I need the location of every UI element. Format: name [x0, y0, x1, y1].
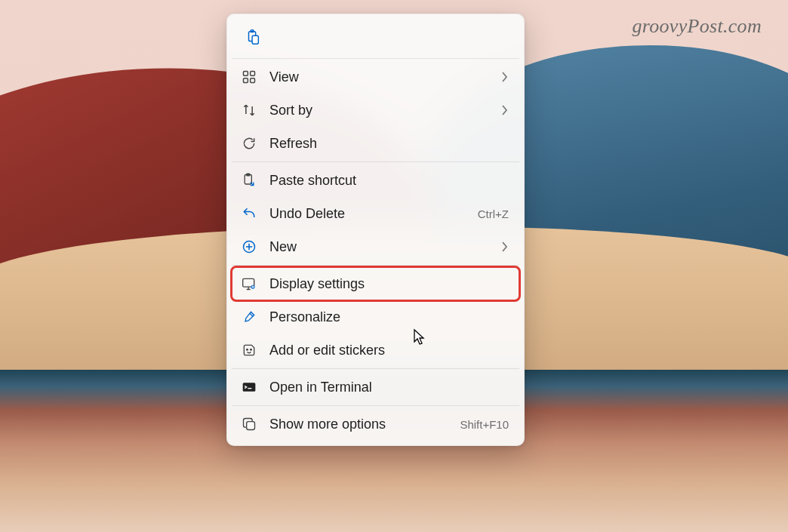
menu-item-personalize[interactable]: Personalize [232, 300, 519, 334]
menu-label: Undo Delete [269, 206, 466, 222]
menu-label: Open in Terminal [269, 380, 509, 395]
menu-item-open-terminal[interactable]: Open in Terminal [232, 371, 519, 404]
menu-divider [232, 265, 519, 266]
desktop-context-menu: View Sort by Refresh [226, 14, 525, 446]
refresh-icon [241, 135, 257, 152]
menu-item-sort-by[interactable]: Sort by [232, 94, 519, 127]
sticker-icon [241, 342, 257, 358]
watermark-text: groovyPost.com [633, 15, 762, 38]
menu-shortcut: Ctrl+Z [478, 208, 509, 220]
context-menu-icon-bar [232, 19, 519, 57]
undo-icon [241, 205, 257, 222]
menu-label: Show more options [269, 417, 448, 432]
chevron-right-icon [501, 72, 509, 82]
menu-label: Refresh [269, 136, 509, 152]
menu-item-display-settings[interactable]: Display settings [232, 267, 519, 300]
menu-item-stickers[interactable]: Add or edit stickers [232, 334, 519, 367]
new-icon [241, 238, 257, 255]
menu-item-show-more[interactable]: Show more options Shift+F10 [232, 407, 519, 441]
grid-icon [241, 69, 257, 85]
menu-label: Display settings [269, 276, 509, 292]
svg-rect-2 [252, 35, 258, 44]
display-icon [241, 275, 257, 292]
paste-shortcut-icon [241, 172, 257, 189]
menu-label: Personalize [269, 309, 509, 325]
svg-rect-16 [247, 422, 255, 430]
menu-item-refresh[interactable]: Refresh [232, 127, 519, 160]
svg-rect-5 [244, 78, 248, 83]
chevron-right-icon [501, 105, 509, 115]
svg-rect-3 [244, 72, 248, 76]
menu-divider [232, 161, 519, 162]
menu-divider [232, 58, 519, 59]
paste-icon [245, 29, 261, 45]
svg-point-12 [247, 349, 248, 350]
menu-divider [232, 405, 519, 406]
menu-label: Add or edit stickers [269, 343, 509, 358]
svg-point-13 [251, 349, 252, 350]
svg-rect-14 [243, 383, 256, 392]
more-options-icon [241, 416, 257, 432]
menu-shortcut: Shift+F10 [460, 418, 509, 431]
menu-label: Paste shortcut [269, 173, 509, 189]
svg-rect-4 [251, 72, 255, 76]
paste-icon-button[interactable] [239, 23, 266, 51]
menu-label: New [269, 239, 489, 255]
brush-icon [241, 309, 257, 325]
menu-item-new[interactable]: New [232, 230, 519, 263]
svg-rect-6 [251, 78, 255, 83]
menu-item-view[interactable]: View [232, 60, 519, 94]
sort-icon [241, 102, 257, 118]
chevron-right-icon [501, 241, 509, 252]
menu-label: View [269, 69, 489, 85]
menu-item-undo-delete[interactable]: Undo Delete Ctrl+Z [232, 197, 519, 230]
terminal-icon [241, 379, 257, 395]
menu-divider [232, 368, 519, 369]
menu-label: Sort by [269, 103, 489, 118]
menu-item-paste-shortcut[interactable]: Paste shortcut [232, 164, 519, 197]
